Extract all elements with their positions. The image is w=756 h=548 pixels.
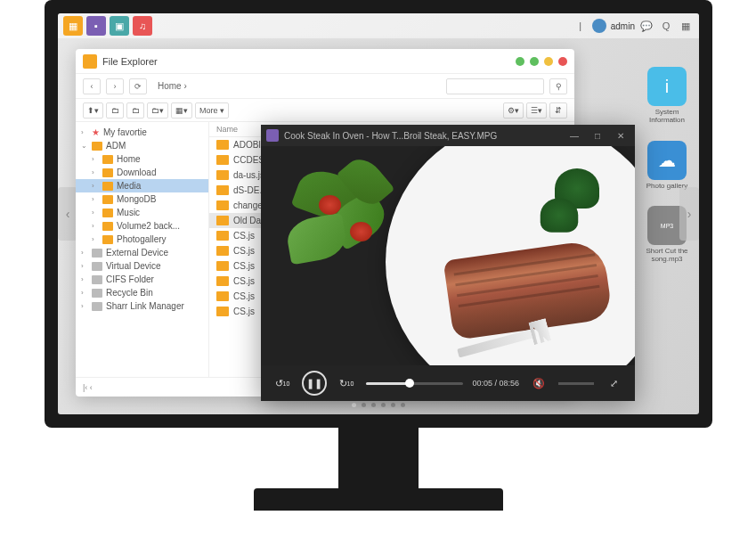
video-controls: ↺10 ❚❚ ↻10 00:05 / 08:56 🔇 ⤢ (261, 365, 635, 401)
folder-icon (92, 275, 102, 284)
taskbar-app-media-icon[interactable]: ▪ (86, 16, 106, 36)
folder-icon (102, 209, 113, 217)
forward-button[interactable]: › (106, 78, 124, 94)
tree-item-media[interactable]: ›Media (76, 179, 208, 192)
page-dot[interactable] (371, 403, 376, 407)
time-display: 00:05 / 08:56 (472, 379, 519, 388)
window-titlebar[interactable]: Cook Steak In Oven - How T...Broil Steak… (261, 125, 635, 146)
desktop-next-button[interactable]: › (679, 187, 699, 241)
device-icon (92, 249, 102, 258)
device-icon (92, 262, 102, 271)
tree-item-sharr[interactable]: ›Sharr Link Manager (76, 299, 208, 313)
folder-icon (216, 231, 229, 241)
skip-forward-button[interactable]: ↻10 (336, 372, 357, 394)
seek-slider[interactable] (366, 382, 463, 385)
folder-icon (216, 216, 229, 225)
file-explorer-icon (83, 54, 97, 69)
breadcrumb[interactable]: Home › (152, 81, 441, 91)
new-folder-button[interactable]: 🗀 (106, 102, 124, 119)
folder-icon (102, 235, 113, 244)
window-title: File Explorer (102, 56, 510, 67)
volume-slider[interactable] (558, 382, 594, 385)
recycle-icon (92, 289, 102, 298)
folder-action-button[interactable]: 🗀 (126, 102, 144, 119)
close-button[interactable]: ✕ (612, 128, 630, 143)
folder-icon (216, 261, 229, 271)
folder-icon (92, 142, 102, 151)
tree-item-adm[interactable]: ⌄ADM (76, 139, 208, 152)
taskbar-app-files-icon[interactable]: ▦ (63, 16, 83, 36)
maximize-button[interactable] (544, 57, 553, 66)
folder-icon (216, 276, 229, 286)
info-icon: i (647, 67, 687, 106)
desktop-page-dots (352, 403, 405, 407)
taskbar-app-photos-icon[interactable]: ▣ (110, 16, 129, 36)
tree-item-favorite[interactable]: ›★My favortie (76, 126, 208, 139)
back-button[interactable]: ‹ (83, 78, 101, 94)
folder-icon (216, 200, 229, 210)
tree-item-external[interactable]: ›External Device (76, 246, 208, 259)
close-button[interactable] (558, 57, 567, 66)
grid-icon[interactable]: ▦ (678, 18, 694, 34)
pager-controls[interactable]: |‹ ‹ (83, 383, 93, 392)
desktop-prev-button[interactable]: ‹ (58, 187, 77, 241)
folder-icon (216, 307, 229, 316)
desktop-icon-label: System Information (644, 109, 690, 125)
video-canvas[interactable] (261, 146, 635, 365)
video-player-icon (266, 129, 279, 142)
refresh-button[interactable]: ⟳ (129, 78, 147, 94)
list-view-button[interactable]: ☰▾ (526, 102, 547, 119)
taskbar-app-audio-icon[interactable]: ♫ (133, 16, 152, 36)
folder-tree: ›★My favortie ⌄ADM ›Home ›Download ›Medi… (76, 122, 209, 377)
page-dot[interactable] (391, 403, 395, 407)
folder-icon (216, 170, 229, 180)
search-input[interactable] (446, 78, 544, 94)
folder-icon (216, 140, 229, 150)
desktop-icon-label: Short Cut the song.mp3 (644, 248, 690, 264)
folder-icon (216, 185, 229, 195)
folder-icon (216, 155, 229, 165)
tree-item-virtual[interactable]: ›Virtual Device (76, 259, 208, 273)
tree-item-volume2[interactable]: ›Volume2 back... (76, 219, 208, 233)
search-button[interactable]: ⚲ (549, 78, 567, 94)
star-icon: ★ (92, 127, 100, 137)
skip-back-button[interactable]: ↺10 (272, 372, 293, 394)
desktop-icon-photo-gallery[interactable]: ☁ Photo gallery (644, 141, 690, 191)
tree-item-cifs[interactable]: ›CIFS Folder (76, 273, 208, 286)
page-dot[interactable] (381, 403, 386, 407)
minimize-button[interactable]: — (565, 128, 583, 143)
folder-icon (102, 195, 113, 204)
page-dot[interactable] (362, 403, 366, 407)
settings-button[interactable]: ⚙▾ (503, 102, 524, 119)
fullscreen-button[interactable]: ⤢ (603, 372, 624, 394)
tree-item-download[interactable]: ›Download (76, 166, 208, 179)
link-icon (92, 302, 102, 311)
folder-action-button[interactable]: 🗀▾ (147, 102, 168, 119)
nav-bar: ‹ › ⟳ Home › ⚲ (76, 74, 574, 99)
tree-item-music[interactable]: ›Music (76, 206, 208, 219)
desktop-icon-system-info[interactable]: i System Information (644, 67, 690, 125)
folder-icon (102, 222, 113, 231)
mute-button[interactable]: 🔇 (528, 372, 549, 394)
tree-item-photogallery[interactable]: ›Photogallery (76, 233, 208, 246)
maximize-button[interactable]: □ (589, 128, 606, 143)
page-dot[interactable] (352, 403, 356, 407)
cloud-icon: ☁ (647, 141, 687, 180)
tree-item-recycle[interactable]: ›Recycle Bin (76, 286, 208, 299)
window-titlebar[interactable]: File Explorer (76, 49, 574, 74)
search-icon[interactable]: Q (658, 18, 674, 34)
view-button[interactable]: ▦▾ (171, 102, 192, 119)
avatar-icon (592, 19, 606, 33)
minimize-button[interactable] (516, 57, 524, 66)
window-button[interactable] (530, 57, 539, 66)
pause-button[interactable]: ❚❚ (302, 371, 327, 396)
sort-button[interactable]: ⇵ (549, 102, 567, 119)
tree-item-home[interactable]: ›Home (76, 152, 208, 166)
tree-item-mongodb[interactable]: ›MongoDB (76, 192, 208, 206)
user-menu[interactable]: admin (592, 19, 635, 33)
notification-icon[interactable]: | (573, 18, 589, 34)
upload-button[interactable]: ⬆▾ (83, 102, 103, 119)
chat-icon[interactable]: 💬 (638, 18, 654, 34)
page-dot[interactable] (401, 403, 405, 407)
more-button[interactable]: More ▾ (195, 102, 229, 119)
